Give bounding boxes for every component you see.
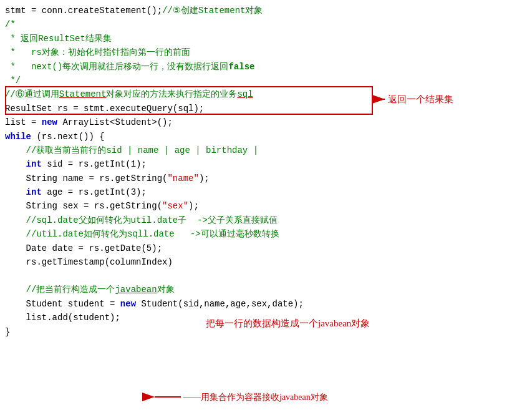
code-line-23: list.add(student); (0, 311, 517, 325)
code-line-16: //sql.date父如何转化为util.date子 ->父子关系直接赋值 (0, 213, 517, 227)
code-line-18: Date date = rs.getDate(5); (0, 242, 517, 255)
code-line-3: * 返回ResultSet结果集 (0, 32, 517, 46)
code-line-22: Student student = new Student(sid,name,a… (0, 297, 517, 311)
code-line-1: stmt = conn.createStatement();//⑤创建State… (0, 4, 517, 17)
code-line-6: */ (0, 74, 517, 87)
code-line-8: ResultSet rs = stmt.executeQuery(sql); (0, 102, 517, 115)
code-line-15: String sex = rs.getString("sex"); (0, 199, 517, 213)
code-line-12: int sid = rs.getInt(1); (0, 157, 517, 171)
svg-text:——用集合作为容器接收javabean对象: ——用集合作为容器接收javabean对象 (183, 393, 328, 402)
code-line-21: //把当前行构造成一个javabean对象 (0, 283, 517, 296)
code-line-9: list = new ArrayList<Student>(); (0, 115, 517, 129)
code-line-11: //获取当前当前行的sid | name | age | birthday | (0, 144, 517, 157)
code-editor: stmt = conn.createStatement();//⑤创建State… (0, 0, 517, 341)
code-line-14: int age = rs.getInt(3); (0, 185, 517, 199)
code-line-17: //util.date如何转化为sqll.date ->可以通过毫秒数转换 (0, 227, 517, 241)
code-line-7: //⑥通过调用Statement对象对应的方法来执行指定的业务sql (0, 87, 517, 101)
code-line-20 (0, 269, 517, 283)
code-line-2: /* (0, 17, 517, 31)
code-line-13: String name = rs.getString("name"); (0, 172, 517, 185)
code-line-5: * next()每次调用就往后移动一行，没有数据行返回false (0, 60, 517, 74)
code-line-10: while (rs.next()) { (0, 130, 517, 144)
code-line-24: } (0, 325, 517, 339)
code-line-4: * rs对象：初始化时指针指向第一行的前面 (0, 46, 517, 59)
code-line-19: rs.getTimestamp(columnIndex) (0, 255, 517, 269)
